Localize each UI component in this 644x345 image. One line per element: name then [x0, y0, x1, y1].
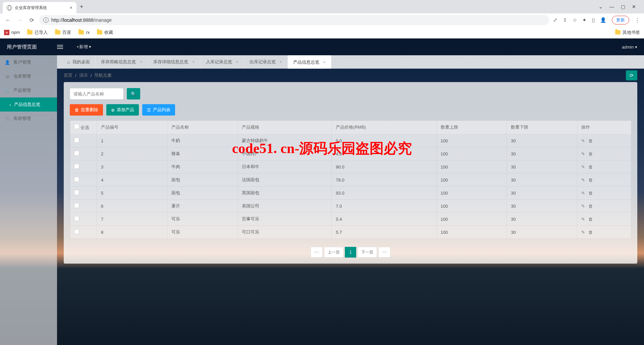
tab-home[interactable]: ⌂ 我的桌面 [62, 55, 96, 69]
close-icon[interactable]: × [140, 60, 142, 64]
delete-icon[interactable]: 🗑 [588, 204, 593, 209]
bookmark-fav[interactable]: 收藏 [97, 29, 113, 36]
product-list-button[interactable]: ☰产品列表 [142, 104, 175, 116]
search-icon: 🔍 [131, 91, 136, 96]
star-icon[interactable]: ☆ [573, 17, 577, 23]
close-icon[interactable]: × [192, 60, 195, 64]
bookmark-baidu[interactable]: 百度 [55, 29, 71, 36]
other-bookmarks[interactable]: 其他书签 [615, 29, 640, 36]
menu-toggle-icon[interactable] [57, 47, 63, 47]
row-checkbox[interactable] [74, 203, 79, 208]
browser-chrome: 企业库存管理系统 × + ⌄ — ▢ ✕ ← → ⟳ i http://loca… [0, 0, 644, 39]
row-checkbox[interactable] [74, 190, 79, 195]
close-icon[interactable]: × [280, 60, 282, 64]
page-last[interactable]: >> [378, 247, 390, 258]
batch-delete-button[interactable]: 🗑批量删除 [70, 104, 103, 116]
extension-icon[interactable]: ✦ [582, 17, 587, 23]
delete-icon[interactable]: 🗑 [588, 138, 593, 143]
cell-max: 100 [436, 187, 507, 200]
sidebar-sub-product-info[interactable]: › 产品信息总览 [0, 97, 57, 112]
user-menu[interactable]: admin ▾ [622, 45, 637, 50]
chevron-left-icon: ‹ [51, 74, 52, 78]
search-input[interactable] [70, 88, 123, 99]
sidebar-item-customer[interactable]: 👤 客户管理 ‹ [0, 55, 57, 69]
sidebar-item-product[interactable]: 🛒 产品管理 ⌄ [0, 83, 57, 97]
bookmark-npm[interactable]: nnpm [4, 30, 20, 35]
globe-icon [7, 5, 12, 10]
url-text: http://localhost:8888/manage [51, 17, 112, 23]
url-input[interactable]: i http://localhost:8888/manage [39, 15, 549, 25]
row-checkbox[interactable] [74, 216, 79, 221]
share-icon[interactable]: ⇪ [563, 17, 567, 23]
row-checkbox[interactable] [74, 177, 79, 182]
delete-icon[interactable]: 🗑 [588, 230, 593, 235]
checkbox-all[interactable] [74, 124, 79, 129]
search-button[interactable]: 🔍 [127, 88, 140, 99]
edit-icon[interactable]: ✎ [581, 164, 585, 169]
edit-icon[interactable]: ✎ [581, 204, 585, 209]
zoom-icon[interactable]: ⤢ [553, 17, 557, 23]
cell-price: 78.0 [332, 174, 436, 187]
row-checkbox[interactable] [74, 164, 79, 169]
bookmark-rx[interactable]: rx [78, 30, 90, 35]
sidebar-item-inventory[interactable]: ☷ 库存管理 ‹ [0, 112, 57, 126]
edit-icon[interactable]: ✎ [581, 178, 585, 183]
app: 用户管理页面 +新增 ▾ admin ▾ 👤 客户管理 ‹ ▦ 仓库管理 ‹ 🛒… [0, 39, 644, 345]
row-actions: ✎🗑 [581, 151, 627, 156]
delete-icon[interactable]: 🗑 [588, 151, 593, 156]
menu-icon[interactable]: ⋮ [635, 17, 640, 23]
update-button[interactable]: 更新 [612, 16, 629, 24]
cell-name: 可乐 [167, 213, 237, 226]
maximize-icon[interactable]: ▢ [621, 4, 625, 9]
site-info-icon[interactable]: i [43, 17, 49, 23]
folder-icon [615, 30, 621, 34]
folder-icon [78, 30, 84, 34]
delete-icon[interactable]: 🗑 [588, 217, 593, 222]
row-checkbox[interactable] [74, 151, 79, 156]
panel-icon[interactable]: ▯ [592, 17, 595, 23]
row-actions: ✎🗑 [581, 138, 627, 143]
tab-content[interactable]: 入库记录总览× [201, 55, 244, 69]
close-icon[interactable]: × [236, 60, 238, 64]
cart-icon: 🛒 [5, 88, 10, 93]
edit-icon[interactable]: ✎ [581, 191, 585, 196]
row-checkbox[interactable] [74, 229, 79, 234]
edit-icon[interactable]: ✎ [581, 217, 585, 222]
profile-icon[interactable]: 👤 [600, 17, 606, 23]
close-window-icon[interactable]: ✕ [632, 4, 636, 9]
delete-icon[interactable]: 🗑 [588, 191, 593, 196]
back-icon[interactable]: ← [4, 16, 12, 24]
close-icon[interactable]: × [323, 60, 326, 65]
edit-icon[interactable]: ✎ [581, 151, 585, 156]
close-icon[interactable]: × [70, 5, 72, 10]
delete-icon[interactable]: 🗑 [588, 178, 593, 183]
browser-tab[interactable]: 企业库存管理系统 × [3, 2, 76, 13]
page-prev[interactable]: 上一页 [324, 247, 343, 258]
add-dropdown[interactable]: +新增 ▾ [76, 44, 91, 50]
edit-icon[interactable]: ✎ [581, 230, 585, 235]
crumb-home[interactable]: 首页 [64, 72, 72, 78]
edit-icon[interactable]: ✎ [581, 138, 585, 143]
sidebar-item-warehouse[interactable]: ▦ 仓库管理 ‹ [0, 69, 57, 83]
tab-content[interactable]: 出库记录总览× [244, 55, 288, 69]
add-product-button[interactable]: ⊕添加产品 [106, 104, 139, 116]
address-bar: ← → ⟳ i http://localhost:8888/manage ⤢ ⇪… [0, 13, 644, 27]
page-next[interactable]: 下一页 [358, 247, 377, 258]
refresh-button[interactable]: ⟳ [626, 70, 637, 80]
minimize-icon[interactable]: — [609, 4, 614, 9]
cell-name: 牛奶 [167, 134, 237, 147]
tab-content[interactable]: 库存简略信息总览× [96, 55, 148, 69]
crumb-demo[interactable]: 演示 [79, 72, 88, 78]
tab-content[interactable]: 库存详细信息总览× [148, 55, 200, 69]
dropdown-icon[interactable]: ⌄ [599, 4, 603, 9]
reload-icon[interactable]: ⟳ [28, 16, 35, 25]
page-current[interactable]: 1 [345, 247, 356, 258]
row-checkbox[interactable] [74, 138, 79, 143]
new-tab-button[interactable]: + [80, 3, 84, 10]
product-table: 全选产品编号产品名称产品规格产品价格(RMB)数量上限数量下限操作 1牛奶蒙古特… [70, 120, 631, 239]
page-first[interactable]: << [311, 247, 323, 258]
bookmark-imported[interactable]: 已导入 [27, 29, 48, 36]
table-header: 产品编号 [97, 121, 167, 134]
tab-content[interactable]: 产品信息总览× [288, 55, 331, 69]
delete-icon[interactable]: 🗑 [588, 164, 593, 169]
